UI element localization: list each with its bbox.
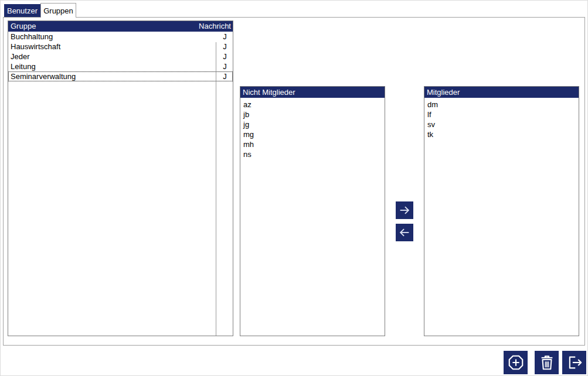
list-item[interactable]: dm: [424, 100, 579, 110]
group-table: Gruppe Nachricht Buchhaltung J Hauswirts…: [8, 20, 233, 336]
move-to-members-button[interactable]: [396, 201, 413, 219]
list-item[interactable]: ns: [240, 149, 385, 159]
nicht-mitglieder-header: Nicht Mitglieder: [240, 87, 385, 98]
group-name-cell: Buchhaltung: [8, 32, 233, 42]
list-item[interactable]: lf: [424, 110, 579, 119]
exit-arrow-icon: [566, 354, 583, 371]
nicht-mitglieder-items: az jb jg mg mh ns: [240, 98, 385, 159]
delete-group-button[interactable]: [535, 351, 559, 374]
add-group-button[interactable]: [504, 351, 528, 374]
group-name-cell: Jeder: [8, 52, 233, 61]
trash-icon: [538, 354, 556, 371]
list-item[interactable]: mg: [240, 129, 385, 139]
mitglieder-list: Mitglieder dm lf sv tk: [424, 86, 579, 336]
arrow-left-icon: [398, 226, 411, 239]
group-name-cell: Leitung: [8, 61, 233, 71]
tab-benutzer[interactable]: Benutzer: [4, 4, 40, 17]
group-name-cell: Seminarverwaltung: [8, 71, 233, 81]
column-header-gruppe: Gruppe: [11, 21, 36, 32]
exit-button[interactable]: [562, 351, 586, 374]
remove-from-members-button[interactable]: [396, 224, 413, 241]
nachricht-cell: J: [216, 32, 234, 42]
list-item[interactable]: jb: [240, 110, 385, 119]
list-item[interactable]: mh: [240, 139, 385, 149]
table-row[interactable]: Leitung J: [8, 61, 233, 71]
mitglieder-items: dm lf sv tk: [424, 98, 579, 139]
table-row[interactable]: Hauswirtschaft J: [8, 42, 233, 52]
group-table-body: Buchhaltung J Hauswirtschaft J Jeder J L…: [8, 32, 233, 336]
column-header-nachricht: Nachricht: [199, 21, 231, 32]
nicht-mitglieder-list: Nicht Mitglieder az jb jg mg mh ns: [240, 86, 385, 336]
list-item[interactable]: az: [240, 100, 385, 110]
group-name-cell: Hauswirtschaft: [8, 42, 233, 52]
group-management-window: Benutzer Gruppen Gruppe Nachricht Buchha…: [0, 0, 588, 376]
nachricht-cell: J: [216, 71, 234, 81]
group-table-header: Gruppe Nachricht: [8, 21, 233, 32]
list-item[interactable]: jg: [240, 119, 385, 129]
tab-gruppen[interactable]: Gruppen: [40, 3, 76, 18]
nachricht-cell: J: [216, 52, 234, 61]
nachricht-cell: J: [216, 61, 234, 71]
table-row-selected[interactable]: Seminarverwaltung J: [8, 71, 233, 81]
table-row[interactable]: Jeder J: [8, 52, 233, 61]
arrow-right-icon: [398, 204, 411, 217]
mitglieder-header: Mitglieder: [424, 87, 579, 98]
plus-octagon-icon: [507, 354, 525, 371]
column-divider: [216, 42, 216, 336]
table-row[interactable]: Buchhaltung J: [8, 32, 233, 42]
nachricht-cell: J: [216, 42, 234, 52]
list-item[interactable]: sv: [424, 119, 579, 129]
list-item[interactable]: tk: [424, 129, 579, 139]
